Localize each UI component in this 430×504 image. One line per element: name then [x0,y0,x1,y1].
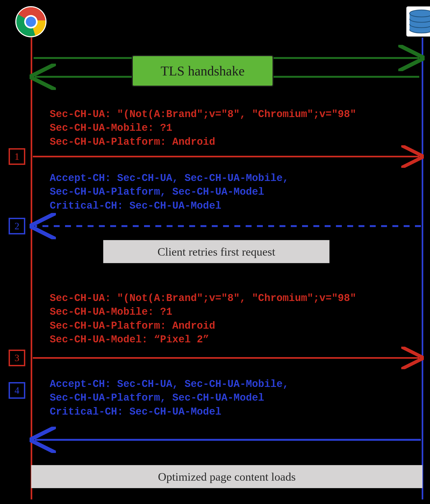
loaded-banner: Optimized page content loads [31,465,422,488]
retry-banner: Client retries first request [103,240,329,263]
chrome-icon [15,6,46,37]
server-icon [406,6,430,37]
tls-handshake-box: TLS handshake [132,55,274,87]
svg-point-3 [26,17,36,27]
step-4-label: 4 [9,382,25,399]
request-headers-3: Sec-CH-UA: "(Not(A:Brand";v="8", "Chromi… [50,291,356,346]
response-headers-4: Accept-CH: Sec-CH-UA, Sec-CH-UA-Mobile, … [50,377,289,419]
response-headers-2: Accept-CH: Sec-CH-UA, Sec-CH-UA-Mobile, … [50,171,289,213]
step-1-label: 1 [9,148,25,165]
step-3-label: 3 [9,350,25,366]
request-headers-1: Sec-CH-UA: "(Not(A:Brand";v="8", "Chromi… [50,107,356,149]
step-2-label: 2 [9,218,25,234]
